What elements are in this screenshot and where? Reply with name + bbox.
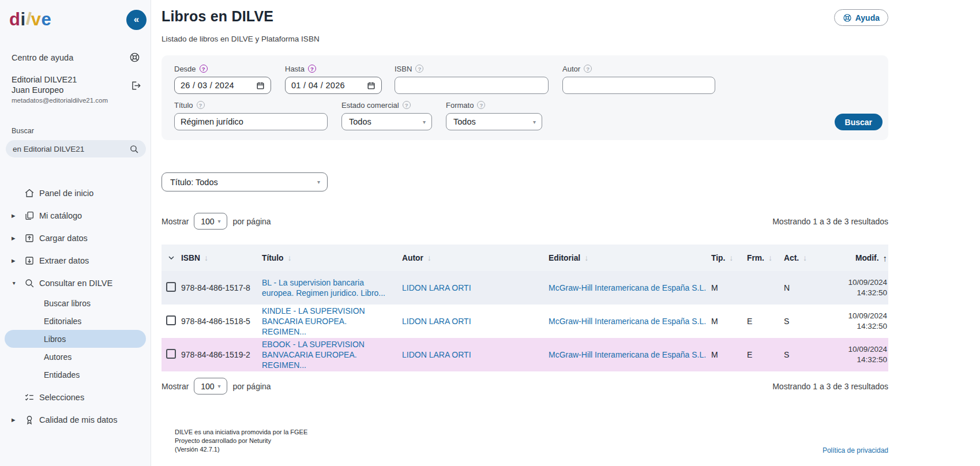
per-page-select[interactable]: 100 ▾ [194,378,227,394]
mostrar-label: Mostrar [162,217,189,226]
help-center-label: Centro de ayuda [12,53,73,62]
page-title: Libros en DILVE [162,8,320,25]
help-icon[interactable]: ? [200,65,208,73]
titulo-link[interactable]: BL - La supervision bancaria europea. Re… [262,278,385,298]
user-block: Editorial DILVE21 Juan Europeo metadatos… [0,74,151,104]
hasta-date-input[interactable] [285,77,382,94]
por-pagina-label: por página [232,382,271,391]
row-checkbox[interactable] [166,349,176,359]
sidebar-search[interactable] [6,140,146,157]
sidebar-item-buscar-libros[interactable]: Buscar libros [5,294,146,312]
row-checkbox[interactable] [166,282,176,292]
editorial-link[interactable]: McGraw-Hill Interamericana de España S.L… [549,317,706,326]
expand-arrow-icon[interactable]: ▶ [12,213,24,219]
help-icon[interactable]: ? [197,101,205,109]
expand-arrow-icon[interactable]: ▶ [12,417,24,423]
formato-select[interactable]: Todos ▾ [446,113,542,130]
isbn-input[interactable] [401,81,542,90]
col-frm[interactable]: Frm.↓ [747,253,784,262]
sidebar-search-input[interactable] [13,145,129,153]
col-titulo[interactable]: Título↓ [262,253,402,262]
titulo-link[interactable]: EBOOK - LA SUPERVISION BANVACARIA EUROPE… [262,340,365,370]
checklist-icon [24,392,35,403]
sidebar-item-panel-de-inicio[interactable]: Panel de inicio [0,182,151,204]
expand-arrow-icon[interactable]: ▶ [12,235,24,241]
sidebar-item-cargar-datos[interactable]: ▶ Cargar datos [0,227,151,249]
table-row[interactable]: 978-84-486-1518-5 KINDLE - LA SUPERVISIO… [162,305,888,338]
row-checkbox[interactable] [166,315,176,325]
expand-arrow-icon[interactable]: ▶ [12,258,24,264]
sort-down-icon[interactable]: ↓ [803,253,807,262]
help-center-row[interactable]: Centro de ayuda [0,52,151,63]
sidebar-item-consultar-en-dilve[interactable]: ▼ Consultar en DILVE [0,272,151,294]
calendar-icon[interactable] [367,81,376,90]
col-tip[interactable]: Tip.↓ [711,253,747,262]
sidebar-item-extraer-datos[interactable]: ▶ Extraer datos [0,249,151,272]
autor-label: Autor [562,65,580,73]
titulo-link[interactable]: KINDLE - LA SUPERVISION BANCARIA EUROPEA… [262,306,365,336]
footer: DILVE es una iniciativa promovida por la… [162,428,888,454]
estado-comercial-select[interactable]: Todos ▾ [341,113,432,130]
table-row[interactable]: 978-84-486-1517-8 BL - La supervision ba… [162,271,888,305]
por-pagina-label: por página [232,217,271,226]
sidebar-item-editoriales[interactable]: Editoriales [5,312,146,330]
sidebar-nav: Panel de inicio ▶ Mi catálogo ▶ Cargar d… [0,182,151,431]
filter-desde: Desde? [174,63,271,94]
col-modif[interactable]: Modif.↑ [823,253,888,263]
sort-down-icon[interactable]: ↓ [288,253,292,262]
sidebar-item-libros[interactable]: Libros [5,330,146,348]
autor-link[interactable]: LIDON LARA ORTI [402,317,471,326]
calendar-icon[interactable] [256,81,265,90]
help-icon[interactable]: ? [584,65,592,73]
autor-link[interactable]: LIDON LARA ORTI [402,350,471,359]
desde-value[interactable] [181,81,244,90]
sort-down-icon[interactable]: ↓ [729,253,733,262]
col-autor[interactable]: Autor↓ [402,253,549,262]
help-icon[interactable]: ? [308,65,316,73]
quality-badge-icon [24,415,35,425]
sidebar-item-autores[interactable]: Autores [5,348,146,366]
help-icon[interactable]: ? [403,101,411,109]
cell-isbn: 978-84-486-1517-8 [181,283,262,292]
sort-down-icon[interactable]: ↓ [768,253,772,262]
titulo-input[interactable] [181,117,321,126]
sort-down-icon[interactable]: ↓ [584,253,588,262]
logout-icon[interactable] [130,80,141,91]
cell-tip: M [711,350,747,359]
sort-up-icon[interactable]: ↑ [883,253,888,263]
editorial-link[interactable]: McGraw-Hill Interamericana de España S.L… [549,350,706,359]
buscar-button[interactable]: Buscar [835,114,883,130]
ayuda-button[interactable]: Ayuda [834,9,888,26]
editorial-link[interactable]: McGraw-Hill Interamericana de España S.L… [549,283,706,292]
col-editorial[interactable]: Editorial↓ [549,253,711,262]
help-icon[interactable]: ? [477,101,485,109]
hasta-value[interactable] [291,81,355,90]
cell-modif: 10/09/2024 14:32:50 [823,277,888,298]
filter-isbn: ISBN? [395,63,549,94]
sidebar-item-selecciones[interactable]: Selecciones [0,386,151,408]
sidebar-item-calidad-de-mis-datos[interactable]: ▶ Calidad de mis datos [0,408,151,431]
privacy-policy-link[interactable]: Política de privacidad [823,446,888,454]
autor-link[interactable]: LIDON LARA ORTI [402,283,471,292]
col-act[interactable]: Act.↓ [784,253,823,262]
sort-down-icon[interactable]: ↓ [204,253,208,262]
search-icon[interactable] [129,144,139,154]
autor-input[interactable] [569,81,709,90]
help-icon[interactable]: ? [415,65,423,73]
titulo-todos-select[interactable]: Título: Todos ▾ [162,172,328,191]
results-count: Mostrando 1 a 3 de 3 resultados [772,382,888,391]
pagination-bottom: Mostrar 100 ▾ por página Mostrando 1 a 3… [162,378,888,394]
cell-act: N [784,283,823,292]
upload-icon [24,233,35,243]
filter-hasta: Hasta? [285,63,382,94]
col-isbn[interactable]: ISBN↓ [181,253,262,262]
desde-date-input[interactable] [174,77,271,94]
sidebar-item-entidades[interactable]: Entidades [5,366,146,384]
per-page-select[interactable]: 100 ▾ [194,213,227,230]
expand-all-icon[interactable] [162,253,181,262]
sidebar-item-mi-catalogo[interactable]: ▶ Mi catálogo [0,204,151,227]
sidebar-collapse-button[interactable]: « [126,10,147,30]
table-row[interactable]: 978-84-486-1519-2 EBOOK - LA SUPERVISION… [162,338,888,371]
collapse-arrow-icon[interactable]: ▼ [12,280,24,286]
sort-down-icon[interactable]: ↓ [427,253,431,262]
